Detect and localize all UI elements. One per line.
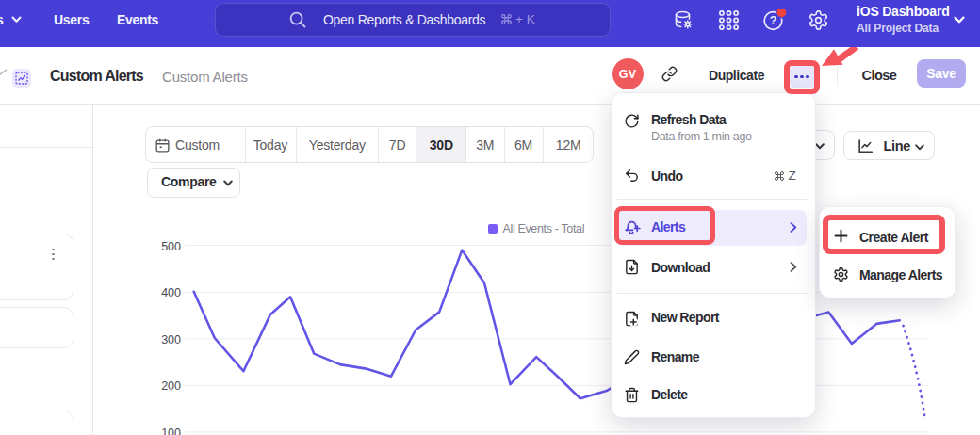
svg-text:?: ? xyxy=(770,14,777,27)
